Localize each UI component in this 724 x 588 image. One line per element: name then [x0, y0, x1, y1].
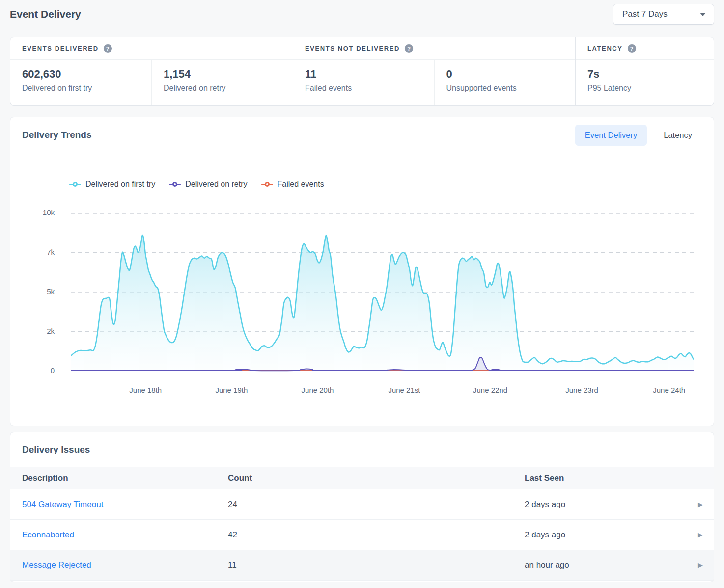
column-header-count: Count — [228, 473, 525, 483]
stat-cell: 7s P95 Latency — [576, 60, 714, 105]
table-row[interactable]: Econnaborted 42 2 days ago ▶ — [10, 520, 714, 550]
table-row[interactable]: 504 Gateway Timeout 24 2 days ago ▶ — [10, 489, 714, 520]
stat-cell: 11 Failed events — [293, 60, 434, 105]
chart-legend: Delivered on first try Delivered on retr… — [69, 180, 324, 188]
chevron-right-icon[interactable]: ▶ — [698, 561, 714, 569]
issue-count: 42 — [228, 530, 525, 540]
column-header-description: Description — [22, 473, 228, 483]
issues-title: Delivery Issues — [22, 444, 90, 455]
stat-value: 1,154 — [164, 68, 281, 80]
x-axis-tick: June 21st — [372, 386, 436, 394]
stats-card: EVENTS DELIVERED ? 602,630 Delivered on … — [10, 37, 714, 106]
stat-group-title: EVENTS DELIVERED — [22, 45, 99, 52]
y-axis-tick: 10k — [24, 208, 55, 216]
y-axis-tick: 2k — [24, 327, 55, 335]
delivery-trends-card: Delivery Trends Event Delivery Latency D… — [10, 117, 714, 426]
stat-group-title: LATENCY — [587, 45, 623, 52]
issue-last-seen: 2 days ago — [525, 500, 692, 509]
legend-marker-icon — [261, 182, 273, 187]
stat-group-latency: LATENCY ? 7s P95 Latency — [575, 37, 714, 105]
legend-label: Delivered on retry — [185, 180, 247, 188]
x-axis-tick: June 18th — [113, 386, 177, 394]
legend-item-retry[interactable]: Delivered on retry — [169, 180, 247, 188]
issue-link[interactable]: Econnaborted — [22, 530, 228, 540]
issues-table-header: Description Count Last Seen — [10, 467, 714, 489]
issue-last-seen: an hour ago — [525, 561, 692, 570]
issue-last-seen: 2 days ago — [525, 530, 692, 540]
stat-group-events-delivered: EVENTS DELIVERED ? 602,630 Delivered on … — [10, 37, 293, 105]
stat-label: P95 Latency — [587, 84, 702, 93]
stat-label: Failed events — [305, 84, 422, 93]
x-axis-tick: June 19th — [199, 386, 263, 394]
legend-item-failed[interactable]: Failed events — [261, 180, 324, 188]
y-axis-tick: 7k — [24, 248, 55, 256]
legend-item-first-try[interactable]: Delivered on first try — [69, 180, 155, 188]
stat-value: 11 — [305, 68, 422, 80]
issue-link[interactable]: Message Rejected — [22, 561, 228, 570]
trends-title: Delivery Trends — [22, 130, 92, 140]
legend-label: Failed events — [278, 180, 324, 188]
stat-label: Delivered on first try — [22, 84, 139, 93]
stat-value: 0 — [446, 68, 564, 80]
tab-latency[interactable]: Latency — [654, 125, 702, 146]
stat-group-events-not-delivered: EVENTS NOT DELIVERED ? 11 Failed events … — [293, 37, 575, 105]
time-range-value: Past 7 Days — [622, 9, 668, 19]
time-range-select[interactable]: Past 7 Days — [613, 4, 714, 25]
x-axis-tick: June 23rd — [550, 386, 614, 394]
y-axis-tick: 5k — [24, 287, 55, 295]
stat-cell: 602,630 Delivered on first try — [10, 60, 151, 105]
table-row[interactable]: Message Rejected 11 an hour ago ▶ — [10, 550, 714, 581]
page-title: Event Delivery — [10, 8, 81, 20]
y-axis-tick: 0 — [24, 366, 55, 374]
delivery-issues-card: Delivery Issues Description Count Last S… — [10, 432, 714, 582]
x-axis-tick: June 20th — [286, 386, 350, 394]
help-icon[interactable]: ? — [405, 44, 413, 53]
issue-link[interactable]: 504 Gateway Timeout — [22, 500, 228, 509]
chevron-down-icon — [700, 13, 706, 16]
event-delivery-page: Event Delivery Past 7 Days EVENTS DELIVE… — [0, 0, 724, 588]
tab-event-delivery[interactable]: Event Delivery — [575, 125, 647, 146]
x-axis-tick: June 24th — [637, 386, 701, 394]
chart-plot-area[interactable] — [71, 211, 694, 375]
help-icon[interactable]: ? — [628, 44, 636, 53]
help-icon[interactable]: ? — [104, 44, 112, 53]
chevron-right-icon[interactable]: ▶ — [698, 501, 714, 508]
stat-label: Unsupported events — [446, 84, 564, 93]
legend-marker-icon — [69, 182, 81, 187]
x-axis-tick: June 22nd — [458, 386, 522, 394]
column-header-last-seen: Last Seen — [525, 473, 692, 483]
stat-cell: 1,154 Delivered on retry — [151, 60, 293, 105]
stat-label: Delivered on retry — [164, 84, 281, 93]
trends-tabs: Event Delivery Latency — [575, 125, 702, 146]
legend-marker-icon — [169, 182, 181, 187]
chevron-right-icon[interactable]: ▶ — [698, 531, 714, 538]
stat-group-title: EVENTS NOT DELIVERED — [305, 45, 400, 52]
stat-value: 7s — [587, 68, 702, 80]
page-header: Event Delivery Past 7 Days — [10, 0, 714, 28]
issue-count: 24 — [228, 500, 525, 509]
issue-count: 11 — [228, 561, 525, 570]
legend-label: Delivered on first try — [85, 180, 155, 188]
stat-value: 602,630 — [22, 68, 139, 80]
stat-cell: 0 Unsupported events — [434, 60, 576, 105]
trends-chart — [71, 211, 694, 375]
